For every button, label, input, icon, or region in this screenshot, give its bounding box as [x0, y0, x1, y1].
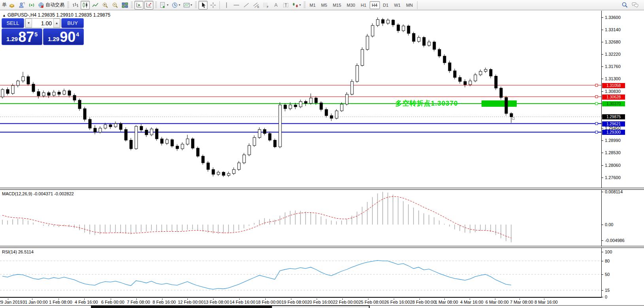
candle-down — [68, 91, 71, 95]
line-endpoint-handle[interactable] — [595, 131, 598, 133]
search-icon[interactable] — [620, 1, 629, 9]
candle-down — [176, 146, 179, 149]
new-order-button[interactable]: 单 — [2, 2, 7, 8]
text-a-icon[interactable]: A — [271, 1, 280, 9]
macd-axis-tick — [602, 225, 603, 225]
timeframe-button-mn[interactable]: MN — [404, 1, 415, 9]
template-icon[interactable]: ▾ — [182, 1, 193, 9]
auto-scroll-icon[interactable] — [144, 1, 153, 9]
candle-down — [58, 92, 60, 94]
trend-line-icon[interactable] — [242, 1, 251, 9]
candle-down — [202, 156, 204, 163]
chat-icon[interactable] — [630, 1, 640, 9]
vertical-line-icon[interactable] — [222, 1, 231, 9]
tile-windows-icon[interactable] — [120, 1, 129, 9]
price-axis-tick-label: 1.28530 — [605, 150, 621, 155]
candle-down — [119, 124, 122, 130]
candle-up — [474, 75, 477, 81]
candle-down — [489, 70, 492, 76]
cursor-icon[interactable] — [198, 1, 208, 9]
timeframe-button-d1[interactable]: D1 — [381, 1, 391, 9]
horizontal-line-icon[interactable] — [232, 1, 241, 9]
profile-icon[interactable] — [17, 1, 26, 9]
timeframe-button-m15[interactable]: M15 — [330, 1, 344, 9]
line-endpoint-handle[interactable] — [595, 102, 598, 105]
pivot-annotation-text: 多空转折点1.30370 — [395, 99, 458, 108]
volume-decrease-button[interactable]: ▼ — [25, 19, 32, 28]
macd-axis-tick — [602, 192, 603, 192]
candle-down — [500, 88, 502, 98]
line-endpoint-handle[interactable] — [595, 84, 598, 87]
rsi-axis[interactable]: 1008050150 — [602, 248, 644, 298]
toolbar-drag-handle[interactable] — [155, 2, 157, 9]
toolbar-drag-handle[interactable] — [195, 2, 197, 9]
line-chart-icon[interactable] — [91, 1, 100, 9]
sell-price-button[interactable]: 1.29 87 5 — [2, 28, 42, 45]
candle-up — [166, 140, 168, 143]
timeframe-button-m30[interactable]: M30 — [344, 1, 357, 9]
horizontal-scrollbar[interactable] — [0, 305, 644, 308]
bar-chart-icon[interactable] — [71, 1, 80, 9]
autotrading-button[interactable]: 自动交易 — [37, 1, 66, 9]
volume-input[interactable] — [32, 19, 53, 28]
toolbar-drag-handle[interactable] — [67, 2, 69, 9]
macd-axis[interactable]: 0.0081140.00-0.004986 — [602, 190, 644, 246]
volume-increase-button[interactable]: ▲ — [53, 19, 60, 28]
signal-icon[interactable] — [27, 1, 36, 9]
toolbar-drag-handle[interactable] — [304, 2, 306, 9]
scrollbar-thumb[interactable] — [272, 306, 369, 308]
price-axis-tick-label: 1.27600 — [605, 175, 621, 180]
history-book-icon[interactable] — [7, 1, 16, 9]
candle-down — [140, 126, 143, 130]
add-indicator-button[interactable]: ▾ — [159, 1, 170, 9]
timeframe-button-h1[interactable]: H1 — [358, 1, 368, 9]
timeframe-button-m1[interactable]: M1 — [307, 1, 318, 9]
date-axis[interactable]: 29 Jan 201931 Jan 00:001 Feb 08:004 Feb … — [0, 299, 644, 305]
line-endpoint-handle[interactable] — [595, 96, 598, 98]
fibonacci-icon[interactable]: F — [261, 1, 270, 9]
equidistant-channel-icon[interactable]: E — [251, 1, 261, 9]
candle-down — [505, 98, 508, 114]
price-axis-tick — [602, 153, 603, 153]
date-axis-label: 1 Mar 08:00 — [435, 300, 458, 304]
price-chart-panel[interactable] — [0, 11, 602, 188]
line-endpoint-handle[interactable] — [595, 123, 598, 125]
buy-price-button[interactable]: 1.29 90 4 — [43, 28, 84, 45]
rsi-label: RSI(14) 26.5114 — [2, 249, 34, 254]
candle-down — [495, 76, 497, 88]
candle-up — [361, 49, 364, 66]
zoom-in-icon[interactable] — [100, 1, 110, 9]
candle-up — [289, 105, 292, 108]
rsi-canvas[interactable] — [0, 248, 601, 297]
timeframe-button-m5[interactable]: M5 — [319, 1, 329, 9]
candle-up — [258, 130, 261, 138]
green-zone-rectangle[interactable] — [482, 100, 517, 107]
timeframe-button-w1[interactable]: W1 — [392, 1, 403, 9]
macd-panel[interactable] — [0, 190, 602, 246]
candle-up — [484, 70, 487, 72]
timeframe-button-h4[interactable]: H4 — [370, 1, 380, 9]
crosshair-icon[interactable] — [208, 1, 217, 9]
rsi-axis-label: 100 — [605, 249, 612, 254]
arrows-icon[interactable]: ▾ — [291, 1, 302, 9]
sell-button[interactable]: SELL — [2, 18, 24, 28]
rsi-axis-tick — [602, 261, 603, 261]
periods-clock-icon[interactable]: ▾ — [170, 1, 181, 9]
rsi-panel[interactable] — [0, 248, 602, 298]
macd-canvas[interactable] — [0, 190, 601, 246]
toolbar-drag-handle[interactable] — [131, 2, 133, 9]
scrollbar-track[interactable] — [91, 306, 370, 308]
chevron-down-icon: ▾ — [179, 3, 180, 7]
text-label-icon[interactable]: T — [281, 1, 290, 9]
candle-up — [217, 172, 220, 174]
chevron-down-icon: ▾ — [191, 3, 192, 7]
candlestick-chart-icon[interactable] — [81, 1, 90, 9]
price-axis[interactable]: 1.336001.331401.326801.322201.317601.313… — [602, 11, 644, 188]
price-chart-canvas[interactable] — [0, 11, 601, 188]
candle-up — [186, 139, 189, 144]
collapse-panel-arrow-icon[interactable]: ▲ — [2, 13, 6, 17]
shift-chart-icon[interactable] — [134, 1, 144, 9]
date-axis-label: 6 Feb 00:00 — [101, 300, 125, 304]
buy-button[interactable]: BUY — [61, 18, 84, 28]
zoom-out-icon[interactable] — [110, 1, 119, 9]
